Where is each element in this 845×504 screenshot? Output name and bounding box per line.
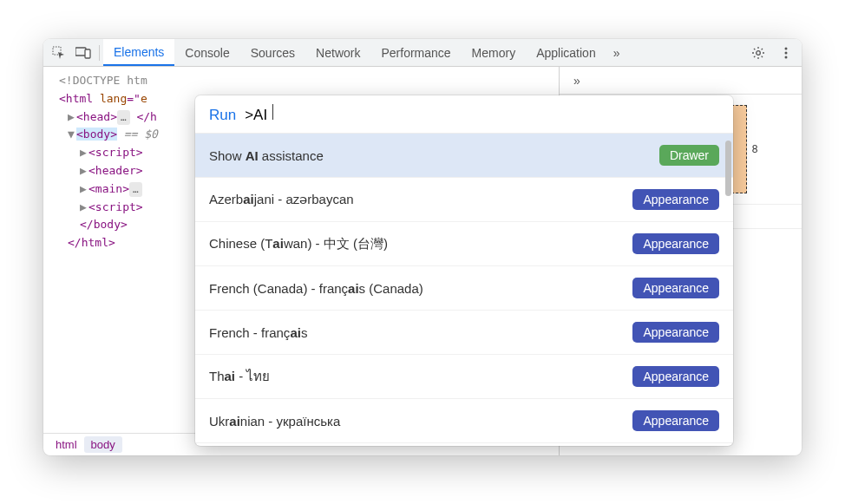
svg-point-6 [785, 56, 788, 58]
crumb-body[interactable]: body [84, 436, 122, 453]
command-item-badge: Appearance [632, 366, 719, 387]
command-item[interactable]: French (Canada) - français (Canada)Appea… [195, 266, 733, 311]
command-palette: Run >AI Show AI assistanceDrawerAzerbaij… [195, 95, 733, 446]
command-item-badge: Appearance [632, 233, 719, 254]
tab-application[interactable]: Application [526, 39, 606, 66]
command-item-badge: Appearance [632, 189, 719, 210]
styles-overflow[interactable]: » [567, 70, 587, 91]
command-item[interactable]: French - françaisAppearance [195, 311, 733, 355]
crumb-html[interactable]: html [49, 436, 84, 453]
body-node[interactable]: <body> [76, 128, 117, 141]
command-item-badge: Appearance [632, 410, 719, 431]
svg-point-4 [785, 47, 788, 49]
tab-elements[interactable]: Elements [103, 39, 174, 66]
device-toolbar-icon[interactable] [71, 41, 95, 65]
command-item-label: French (Canada) - français (Canada) [209, 281, 423, 296]
command-item-label: Show AI assistance [209, 148, 324, 163]
command-item[interactable]: Show ApplicationPanel [195, 443, 733, 446]
command-item-badge: Appearance [632, 278, 719, 298]
command-item-badge: Drawer [659, 145, 719, 166]
command-results: Show AI assistanceDrawerAzerbaijani - az… [195, 134, 733, 446]
tab-console[interactable]: Console [174, 39, 239, 66]
scrollbar-thumb[interactable] [725, 141, 731, 196]
tabs-overflow[interactable]: » [606, 43, 627, 63]
svg-rect-2 [85, 49, 90, 58]
tab-performance[interactable]: Performance [370, 39, 461, 66]
main-toolbar: Elements Console Sources Network Perform… [43, 39, 802, 67]
command-item-label: French - français [209, 325, 307, 340]
command-item-label: Azerbaijani - azərbaycan [209, 192, 354, 207]
tab-network[interactable]: Network [305, 39, 370, 66]
svg-rect-1 [75, 48, 86, 56]
kebab-icon[interactable] [774, 41, 798, 65]
command-query[interactable]: >AI [245, 107, 267, 124]
command-item[interactable]: Thai - ไทยAppearance [195, 355, 733, 399]
command-item[interactable]: Ukrainian - українськаAppearance [195, 399, 733, 443]
command-item[interactable]: Chinese (Taiwan) - 中文 (台灣)Appearance [195, 222, 733, 266]
command-item-label: Chinese (Taiwan) - 中文 (台灣) [209, 236, 388, 252]
svg-point-3 [757, 50, 761, 55]
panel-tabs: Elements Console Sources Network Perform… [103, 39, 626, 66]
devtools-window: Elements Console Sources Network Perform… [43, 39, 802, 455]
command-item[interactable]: Show AI assistanceDrawer [195, 134, 733, 178]
html-close[interactable]: </html> [68, 236, 115, 249]
doctype-node[interactable]: <!DOCTYPE htm [59, 74, 147, 87]
tab-sources[interactable]: Sources [240, 39, 305, 66]
svg-point-5 [785, 51, 788, 54]
tab-memory[interactable]: Memory [462, 39, 527, 66]
gear-icon[interactable] [746, 41, 770, 65]
body-close[interactable]: </body> [80, 218, 128, 231]
command-item-badge: Appearance [632, 322, 719, 343]
command-item-label: Ukrainian - українська [209, 414, 340, 429]
run-prefix: Run [209, 107, 239, 124]
command-item[interactable]: Azerbaijani - azərbaycanAppearance [195, 178, 733, 222]
command-input-row: Run >AI [195, 95, 733, 134]
command-item-label: Thai - ไทย [209, 366, 270, 387]
inspect-icon[interactable] [47, 41, 71, 65]
margin-right-value: 8 [752, 143, 758, 155]
